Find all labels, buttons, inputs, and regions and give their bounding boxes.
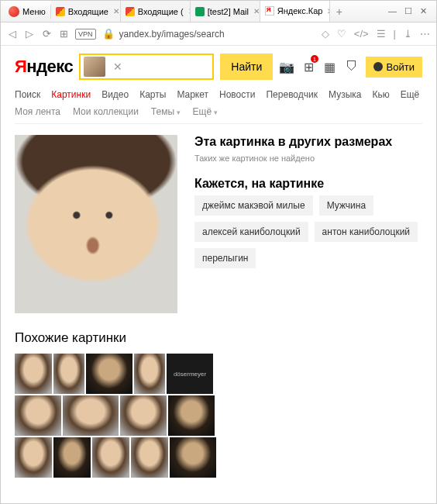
- nav-maps[interactable]: Карты: [139, 89, 166, 100]
- yandex-header: Яндекс ✕ Найти 📷 ⊞1 ▦ ⛉ Войти: [15, 54, 422, 80]
- similar-image[interactable]: [120, 395, 167, 436]
- similar-image[interactable]: [168, 395, 215, 436]
- devtools-icon[interactable]: </>: [354, 28, 369, 40]
- nav-images[interactable]: Картинки: [51, 89, 91, 100]
- easy-setup-icon[interactable]: ☰: [377, 28, 386, 40]
- heart-icon[interactable]: ♡: [337, 28, 346, 40]
- search-box: ✕: [79, 54, 214, 80]
- tab-label: [test2] Mail: [208, 7, 249, 16]
- shield-icon[interactable]: ⛉: [344, 57, 360, 76]
- similar-image[interactable]: [170, 437, 216, 478]
- downloads-icon[interactable]: ⤓: [404, 28, 412, 40]
- similar-images-title: Похожие картинки: [15, 330, 422, 346]
- back-button[interactable]: ◁: [7, 28, 18, 40]
- tag[interactable]: алексей каниболоцкий: [194, 222, 308, 242]
- tag[interactable]: Мужчина: [319, 195, 373, 216]
- result-main-row: Эта картинка в других размерах Таких же …: [15, 135, 422, 313]
- nav-more[interactable]: Ещё: [401, 89, 420, 100]
- nav-search[interactable]: Поиск: [15, 89, 40, 100]
- minimize-button[interactable]: —: [388, 6, 397, 16]
- notification-badge: 1: [311, 55, 318, 63]
- nav-translate[interactable]: Переводчик: [266, 89, 318, 100]
- nav-market[interactable]: Маркет: [177, 89, 208, 100]
- vpn-badge[interactable]: VPN: [75, 29, 96, 40]
- subnav-more[interactable]: Ещё: [193, 106, 218, 117]
- clear-image-button[interactable]: ✕: [108, 60, 127, 73]
- url-text[interactable]: yandex.by/images/search: [119, 29, 315, 40]
- reload-button[interactable]: ⟳: [41, 28, 52, 40]
- opera-menu-label: Меню: [22, 7, 46, 16]
- search-image-thumbnail[interactable]: [84, 57, 105, 77]
- maximize-button[interactable]: ☐: [404, 6, 412, 16]
- images-sub-nav: Моя лента Мои коллекции Темы Ещё: [15, 106, 422, 124]
- similar-image[interactable]: dösermeyer: [167, 354, 213, 394]
- similar-images-grid: dösermeyer: [15, 354, 216, 478]
- subnav-feed[interactable]: Моя лента: [15, 106, 60, 117]
- services-nav: Поиск Картинки Видео Карты Маркет Новост…: [15, 89, 422, 100]
- yandex-logo[interactable]: Яндекс: [15, 57, 73, 77]
- lock-icon: 🔒: [102, 28, 113, 40]
- nav-q[interactable]: Кью: [372, 89, 389, 100]
- nav-video[interactable]: Видео: [102, 89, 129, 100]
- tab-label: Яндекс.Кар: [277, 6, 323, 16]
- window-controls: — ☐ ✕: [382, 6, 433, 16]
- page-content: Яндекс ✕ Найти 📷 ⊞1 ▦ ⛉ Войти Поиск Карт…: [1, 46, 436, 503]
- address-bar: ◁ ▷ ⟳ ⊞ VPN 🔒 yandex.by/images/search ◇ …: [1, 22, 436, 46]
- tab-label: Входящие: [68, 7, 108, 16]
- new-tab-button[interactable]: +: [330, 1, 349, 22]
- tab-gmail-2[interactable]: Входящие ( ✕: [121, 1, 191, 22]
- browser-titlebar: Меню Входящие ✕ Входящие ( ✕ [test2] Mai…: [1, 1, 436, 22]
- subnav-themes[interactable]: Темы: [151, 106, 181, 117]
- result-side-column: Эта картинка в других размерах Таких же …: [194, 135, 422, 313]
- similar-image[interactable]: [53, 437, 91, 478]
- similar-image[interactable]: [86, 354, 132, 394]
- forward-button[interactable]: ▷: [24, 28, 35, 40]
- tab-gmail-1[interactable]: Входящие ✕: [51, 1, 121, 22]
- tag[interactable]: джеймс макэвой милые: [194, 195, 313, 216]
- similar-image[interactable]: [15, 437, 52, 478]
- tab-yandex-images[interactable]: Яндекс.Кар ✕: [260, 1, 330, 22]
- similar-image[interactable]: [15, 354, 52, 394]
- bookmark-icon[interactable]: ◇: [322, 28, 329, 40]
- tab-sheets[interactable]: [test2] Mail ✕: [191, 1, 260, 22]
- query-image[interactable]: [15, 135, 177, 313]
- tag[interactable]: перелыгин: [194, 248, 256, 268]
- yandex-icon: [265, 6, 274, 16]
- close-icon[interactable]: ✕: [253, 7, 260, 16]
- suggestion-tags: джеймс макэвой милые Мужчина алексей кан…: [194, 195, 422, 268]
- gmail-icon: [126, 7, 135, 16]
- tab-strip: Входящие ✕ Входящие ( ✕ [test2] Mail ✕ Я…: [51, 1, 382, 22]
- similar-image[interactable]: [131, 437, 168, 478]
- nav-news[interactable]: Новости: [219, 89, 255, 100]
- services-icon[interactable]: ▦: [322, 57, 338, 76]
- camera-icon[interactable]: 📷: [279, 57, 294, 76]
- speed-dial-button[interactable]: ⊞: [58, 28, 69, 40]
- similar-image[interactable]: [134, 354, 165, 394]
- sheets-icon: [195, 7, 205, 16]
- opera-icon: [9, 6, 19, 17]
- similar-image[interactable]: [53, 354, 84, 394]
- looks-like-title: Кажется, на картинке: [194, 177, 422, 191]
- search-input[interactable]: [127, 55, 212, 78]
- close-icon[interactable]: ✕: [113, 7, 119, 16]
- similar-image[interactable]: [92, 437, 129, 478]
- opera-menu-button[interactable]: Меню: [4, 5, 51, 19]
- similar-image[interactable]: [15, 395, 61, 436]
- window-close-button[interactable]: ✕: [420, 6, 427, 16]
- apps-icon[interactable]: ⊞1: [301, 57, 316, 76]
- more-icon[interactable]: ⋯: [420, 28, 430, 40]
- subnav-collections[interactable]: Мои коллекции: [73, 106, 139, 117]
- tab-label: Входящие (: [138, 7, 184, 16]
- separator: |: [394, 28, 396, 40]
- similar-image[interactable]: [63, 395, 119, 436]
- tag[interactable]: антон каниболоцкий: [315, 222, 418, 242]
- address-bar-icons: ◇ ♡ </> ☰ | ⤓ ⋯: [322, 28, 430, 40]
- search-button[interactable]: Найти: [220, 54, 273, 80]
- nav-music[interactable]: Музыка: [329, 89, 361, 100]
- other-sizes-subtitle: Таких же картинок не найдено: [194, 154, 422, 163]
- gmail-icon: [56, 7, 65, 16]
- other-sizes-title: Эта картинка в других размерах: [194, 135, 422, 149]
- login-button[interactable]: Войти: [366, 57, 422, 78]
